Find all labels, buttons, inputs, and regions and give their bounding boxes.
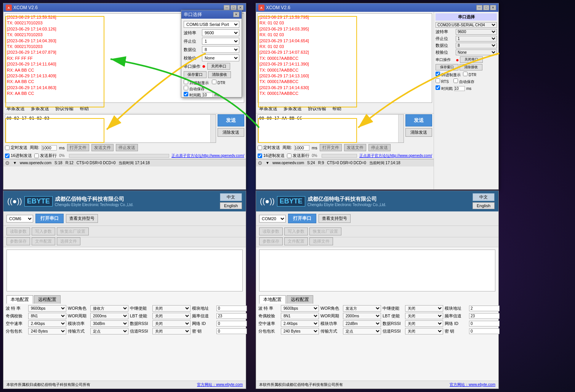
right-lbt-select[interactable]: 关闭 — [405, 313, 443, 319]
left-air-rate-select[interactable]: 2.4Kbps — [28, 320, 66, 327]
right-clear-recv-btn[interactable]: 清除接收 — [460, 64, 482, 70]
right-network-id-input[interactable] — [469, 321, 500, 326]
right-port-select[interactable]: COM20:USB-SERIAL CH34 — [436, 22, 497, 28]
right-key-input[interactable] — [469, 328, 500, 334]
right-parity-select[interactable]: 8N1 — [281, 313, 319, 319]
left-data-rssi-select[interactable]: 关闭 — [152, 320, 191, 327]
right-send-button[interactable]: 发送 — [405, 114, 432, 126]
right-ms-input[interactable] — [454, 86, 465, 91]
right-newline-check[interactable]: 发送新行 — [287, 153, 309, 158]
menu-single-send[interactable]: 单条发送 — [5, 105, 26, 112]
left-lang-cn-btn[interactable]: 中文 — [220, 193, 242, 201]
right-timed-send-check[interactable]: 定时发送 — [258, 145, 280, 150]
right-stop-send-btn[interactable]: 停止发送 — [368, 144, 391, 151]
serial-ms-input[interactable] — [202, 93, 213, 98]
right-period-input[interactable] — [294, 145, 309, 150]
right-write-params-btn[interactable]: 写入参数 — [284, 227, 308, 235]
right-save-params-btn[interactable]: 参数保存 — [259, 237, 283, 245]
right-data-rssi-select[interactable]: 关闭 — [405, 320, 443, 327]
right-menu-protocol[interactable]: 协议传输 — [306, 105, 328, 112]
serial-dtr-check[interactable]: DTR — [212, 80, 225, 86]
right-rts-check[interactable]: RTS — [436, 80, 449, 84]
right-transmit-select[interactable]: 定点 — [343, 328, 381, 334]
right-open-file-btn[interactable]: 打开文件 — [320, 144, 342, 151]
right-file-config-btn[interactable]: 文件配置 — [284, 237, 308, 245]
right-baud-select[interactable]: 9600 — [456, 29, 497, 35]
left-key-input[interactable] — [216, 328, 247, 334]
left-get-params-btn[interactable]: 读取参数 — [6, 227, 30, 235]
left-write-params-btn[interactable]: 写入参数 — [32, 227, 55, 235]
left-lbt-select[interactable]: 关闭 — [152, 313, 191, 319]
right-close-btn[interactable]: ✕ — [490, 5, 496, 10]
right-lang-en-btn[interactable]: English — [472, 202, 495, 209]
right-save-window-btn[interactable]: 保存窗口 — [436, 64, 458, 70]
left-wor-period-select[interactable]: 2000ms — [90, 313, 128, 319]
left-restore-btn[interactable]: 恢复出厂设置 — [57, 227, 89, 235]
left-send-button[interactable]: 发送 — [218, 114, 244, 126]
right-com-select[interactable]: COM20 — [259, 215, 286, 222]
right-get-params-btn[interactable]: 读取参数 — [259, 227, 283, 235]
left-remote-tab[interactable]: 远程配置 — [34, 295, 61, 304]
right-wor-period-select[interactable]: 2000ms — [343, 313, 381, 319]
left-newline-check[interactable]: 发送新行 — [34, 153, 57, 158]
right-dropdown-icon[interactable]: ▼ — [266, 161, 269, 165]
right-hex-send-check[interactable]: 16进制发送 — [258, 153, 285, 158]
menu-multi-send[interactable]: 多条发送 — [29, 105, 51, 112]
serial-baud-select[interactable]: 9600 — [202, 29, 239, 36]
serial-save-window-btn[interactable]: 保存窗口 — [184, 71, 207, 78]
right-clear-send-button[interactable]: 清除发送 — [405, 128, 432, 137]
left-maximize-btn[interactable]: □ — [231, 5, 237, 10]
serial-parity-select[interactable]: None — [202, 54, 239, 61]
serial-dialog-close[interactable]: ✕ — [233, 12, 239, 17]
right-packet-select[interactable]: 240 Bytes — [281, 328, 319, 334]
right-hex-display-check[interactable]: 16进制显示 — [436, 72, 461, 78]
serial-port-select[interactable]: COM6:USB Serial Port — [184, 21, 239, 28]
right-send-scrollbar[interactable] — [398, 115, 404, 142]
right-timestamp-check[interactable]: 时间戳 — [436, 85, 453, 91]
right-menu-help[interactable]: 帮助 — [331, 105, 343, 112]
left-query-btn[interactable]: 查看支持型号 — [66, 214, 98, 223]
right-remote-tab[interactable]: 远程配置 — [287, 295, 313, 304]
right-data-select[interactable]: 8 — [456, 43, 497, 48]
serial-timestamp-check[interactable]: 时间戳 — [184, 92, 201, 97]
left-dropdown-icon[interactable]: ▼ — [13, 161, 17, 165]
right-stop-select[interactable]: 1 — [456, 36, 497, 42]
right-gear-icon[interactable]: ⚙ — [258, 160, 263, 166]
right-select-file-btn[interactable]: 选择文件 — [309, 237, 333, 245]
left-close-btn[interactable]: ✕ — [237, 5, 243, 10]
left-select-file-btn[interactable]: 选择文件 — [57, 237, 80, 245]
left-clear-send-button[interactable]: 清除发送 — [218, 128, 244, 137]
right-relay-select[interactable]: 关闭 — [405, 305, 443, 312]
left-send-scrollbar[interactable] — [210, 115, 216, 142]
left-stop-send-btn[interactable]: 停止发送 — [116, 144, 138, 151]
right-channel-rssi-select[interactable]: 关闭 — [405, 328, 443, 334]
left-open-file-btn[interactable]: 打开文件 — [67, 144, 89, 151]
left-local-tab[interactable]: 本地配置 — [6, 295, 33, 304]
left-save-params-btn[interactable]: 参数保存 — [6, 237, 30, 245]
right-wor-role-select[interactable]: 发送方 — [343, 305, 381, 312]
left-parity-select[interactable]: 8N1 — [28, 313, 66, 319]
right-restore-btn[interactable]: 恢复出厂设置 — [309, 227, 341, 235]
left-gear-icon[interactable]: ⚙ — [5, 160, 10, 166]
left-send-input[interactable]: 00 02 17 01 02 03 — [5, 115, 210, 142]
right-forum-link[interactable]: 正点原子官方论坛http://www.openedv.com/ — [359, 153, 432, 158]
left-channel-rssi-select[interactable]: 关闭 — [152, 328, 191, 334]
right-lang-cn-btn[interactable]: 中文 — [472, 193, 495, 201]
serial-clear-recv-btn[interactable]: 清除接收 — [208, 71, 231, 78]
right-air-rate-select[interactable]: 2.4Kbps — [281, 320, 319, 327]
left-module-addr-input[interactable] — [216, 306, 247, 311]
right-module-power-select[interactable]: 22dBm — [343, 320, 381, 327]
left-baud-select[interactable]: 9600bps — [28, 305, 66, 312]
left-lang-en-btn[interactable]: English — [220, 202, 242, 209]
serial-auto-save-check[interactable]: 自动保存 — [184, 86, 205, 92]
right-minimize-btn[interactable]: ─ — [476, 5, 482, 10]
right-send-file-btn[interactable]: 发送文件 — [344, 144, 366, 151]
left-com-select[interactable]: COM6 — [6, 215, 33, 222]
serial-stop-select[interactable]: 1 — [202, 38, 239, 45]
left-footer-link[interactable]: 官方网站：www.ebyte.com — [197, 382, 243, 387]
right-footer-link[interactable]: 官方网站：www.ebyte.com — [450, 382, 495, 387]
right-local-tab[interactable]: 本地配置 — [259, 295, 286, 304]
right-send-input[interactable]: 00 00 17 AA BB CC — [258, 115, 398, 142]
left-network-id-input[interactable] — [216, 321, 247, 326]
serial-close-port-btn[interactable]: 关闭串口 — [207, 63, 230, 70]
